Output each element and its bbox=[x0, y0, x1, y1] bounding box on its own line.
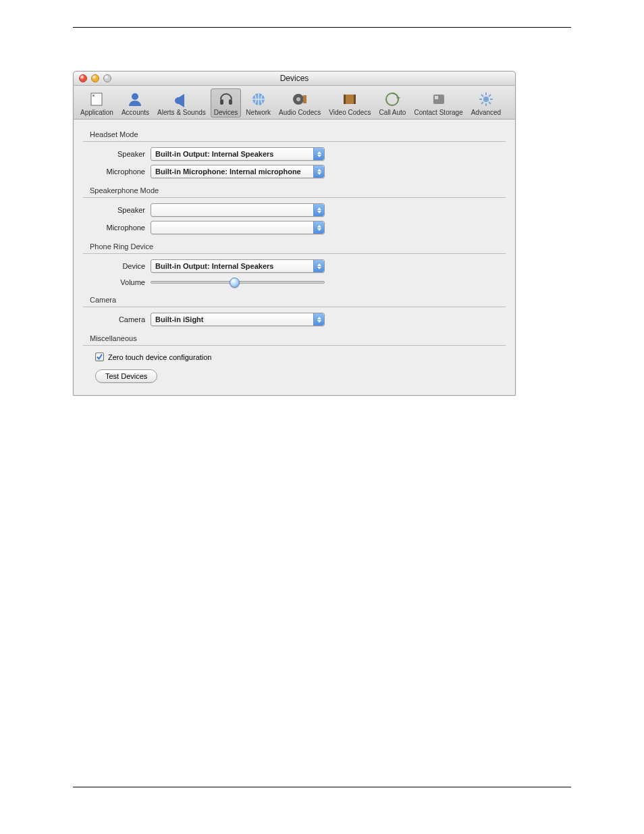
network-icon bbox=[249, 90, 268, 108]
svg-rect-8 bbox=[303, 95, 306, 103]
accounts-icon bbox=[126, 90, 144, 108]
popup-arrows-icon bbox=[313, 221, 324, 234]
tab-application[interactable]: Application bbox=[77, 88, 117, 118]
tab-alerts-sounds[interactable]: Alerts & Sounds bbox=[154, 88, 209, 118]
zero-touch-checkbox[interactable] bbox=[95, 353, 104, 361]
svg-point-2 bbox=[132, 93, 138, 100]
svg-rect-4 bbox=[229, 99, 232, 105]
svg-line-23 bbox=[481, 102, 483, 104]
headset-speaker-label: Speaker bbox=[83, 150, 151, 158]
section-ring-title: Phone Ring Device bbox=[83, 238, 506, 252]
window-title: Devices bbox=[74, 74, 515, 83]
popup-arrows-icon bbox=[313, 313, 324, 325]
headset-speaker-popup[interactable]: Built-in Output: Internal Speakers bbox=[151, 147, 325, 161]
svg-rect-10 bbox=[344, 95, 346, 104]
svg-line-24 bbox=[489, 95, 491, 97]
tab-video-codecs[interactable]: Video Codecs bbox=[325, 88, 374, 118]
section-camera-title: Camera bbox=[83, 292, 506, 305]
section-headset-title: Headset Mode bbox=[83, 126, 506, 140]
svg-rect-15 bbox=[435, 96, 438, 99]
camera-label: Camera bbox=[83, 315, 151, 323]
svg-rect-11 bbox=[354, 95, 356, 104]
camera-popup[interactable]: Built-in iSight bbox=[151, 313, 325, 326]
application-icon bbox=[87, 90, 106, 108]
tab-advanced[interactable]: Advanced bbox=[468, 88, 504, 118]
popup-arrows-icon bbox=[313, 204, 324, 216]
popup-arrows-icon bbox=[313, 165, 324, 178]
popup-arrows-icon bbox=[313, 260, 324, 272]
popup-arrows-icon bbox=[313, 148, 324, 160]
headset-mic-label: Microphone bbox=[83, 167, 151, 176]
tab-call-auto[interactable]: Call Auto bbox=[375, 88, 409, 118]
speakerphone-speaker-label: Speaker bbox=[83, 206, 151, 214]
svg-rect-1 bbox=[92, 95, 95, 97]
ring-device-popup[interactable]: Built-in Output: Internal Speakers bbox=[151, 259, 325, 273]
svg-line-21 bbox=[481, 95, 483, 97]
video-codecs-icon bbox=[340, 90, 359, 108]
zero-touch-label: Zero touch device configuration bbox=[108, 353, 211, 361]
devices-panel: Headset Mode Speaker Built-in Output: In… bbox=[74, 120, 515, 395]
svg-rect-3 bbox=[220, 99, 223, 105]
headset-mic-popup[interactable]: Built-in Microphone: Internal microphone bbox=[151, 165, 325, 178]
tab-audio-codecs[interactable]: Audio Codecs bbox=[275, 88, 324, 118]
ring-volume-slider[interactable] bbox=[151, 277, 325, 288]
svg-point-7 bbox=[296, 97, 300, 101]
tab-accounts[interactable]: Accounts bbox=[118, 88, 153, 118]
preferences-window: Devices Application Accounts Alerts & So… bbox=[73, 71, 516, 396]
section-misc-title: Miscellaneous bbox=[83, 330, 506, 344]
contact-storage-icon bbox=[429, 90, 448, 108]
section-speakerphone-title: Speakerphone Mode bbox=[83, 182, 506, 196]
audio-codecs-icon bbox=[290, 90, 309, 108]
svg-line-22 bbox=[489, 102, 491, 104]
advanced-icon bbox=[477, 90, 495, 108]
tab-contact-storage[interactable]: Contact Storage bbox=[410, 88, 466, 118]
svg-point-16 bbox=[483, 97, 489, 102]
speakerphone-speaker-popup[interactable] bbox=[151, 203, 325, 217]
tab-devices[interactable]: Devices bbox=[211, 88, 242, 118]
preferences-toolbar: Application Accounts Alerts & Sounds Dev… bbox=[74, 86, 515, 120]
alerts-sounds-icon bbox=[172, 90, 191, 108]
ring-volume-label: Volume bbox=[83, 278, 151, 286]
devices-icon bbox=[217, 90, 236, 108]
test-devices-button[interactable]: Test Devices bbox=[95, 369, 157, 383]
check-icon bbox=[96, 353, 103, 361]
svg-marker-13 bbox=[396, 97, 400, 99]
speakerphone-mic-label: Microphone bbox=[83, 224, 151, 232]
speakerphone-mic-popup[interactable] bbox=[151, 221, 325, 234]
titlebar: Devices bbox=[74, 72, 515, 86]
call-auto-icon bbox=[383, 90, 402, 108]
ring-device-label: Device bbox=[83, 262, 151, 270]
tab-network[interactable]: Network bbox=[242, 88, 274, 118]
